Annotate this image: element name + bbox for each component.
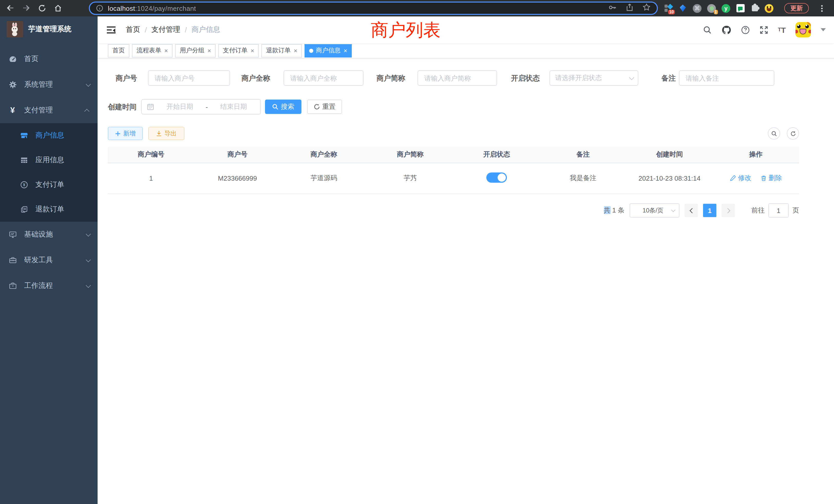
font-size-icon[interactable]: TT — [778, 26, 786, 33]
chat-extension-icon[interactable] — [736, 4, 745, 13]
page-size-select[interactable]: 10条/页 — [630, 203, 679, 217]
kite-extension-icon[interactable] — [678, 4, 687, 13]
tags-view: 首页 流程表单× 用户分组× 支付订单× 退款订单× 商户信息× — [97, 43, 834, 59]
emoji-profile-icon[interactable] — [765, 4, 773, 13]
tab-user-group[interactable]: 用户分组× — [175, 44, 216, 57]
sidebar-item-refund-order[interactable]: 退款订单 — [0, 197, 97, 222]
cell-merchant-no: M233666999 — [194, 163, 281, 193]
export-button[interactable]: 导出 — [148, 127, 184, 140]
sidebar-item-app-info[interactable]: 应用信息 — [0, 148, 97, 173]
pagination-total: 共 1 条 — [604, 206, 624, 215]
tab-merchant-info[interactable]: 商户信息× — [305, 44, 352, 57]
help-icon[interactable] — [741, 25, 749, 34]
gear-icon — [8, 81, 17, 89]
sidebar-item-label: 支付订单 — [36, 180, 64, 189]
status-toggle[interactable] — [486, 172, 507, 182]
sidebar-item-label: 商户信息 — [36, 131, 64, 140]
sidebar-item-home[interactable]: 首页 — [0, 46, 97, 72]
tab-process-form[interactable]: 流程表单× — [132, 44, 173, 57]
breadcrumb-pay[interactable]: 支付管理 — [152, 25, 180, 35]
pencil-icon — [730, 175, 736, 181]
command-extension-icon[interactable]: ⌘ — [693, 4, 702, 13]
back-icon[interactable] — [6, 4, 14, 12]
sidebar-item-pay-order[interactable]: ¥ 支付订单 — [0, 173, 97, 197]
sidebar-fold-icon[interactable] — [106, 24, 116, 36]
browser-update-button[interactable]: 更新 — [784, 3, 809, 13]
prev-page-button[interactable] — [684, 204, 698, 217]
forward-icon[interactable] — [22, 4, 30, 12]
close-icon[interactable]: × — [344, 47, 347, 54]
cell-status — [454, 163, 540, 193]
close-icon[interactable]: × — [207, 47, 211, 54]
page-number-1[interactable]: 1 — [703, 204, 717, 217]
remark-input[interactable] — [679, 70, 774, 86]
reload-icon[interactable] — [38, 4, 46, 12]
password-key-icon[interactable] — [608, 3, 617, 14]
browser-menu-icon[interactable] — [819, 4, 825, 13]
status-label: 开启状态 — [511, 70, 540, 86]
breadcrumb-home[interactable]: 首页 — [126, 25, 140, 35]
close-icon[interactable]: × — [164, 47, 168, 54]
sidebar-item-workflow[interactable]: 工作流程 — [0, 273, 97, 299]
sidebar-item-pay[interactable]: ¥ 支付管理 — [0, 97, 97, 123]
chevron-up-icon — [84, 109, 89, 114]
close-icon[interactable]: × — [250, 47, 254, 54]
tab-pay-order[interactable]: 支付订单× — [218, 44, 259, 57]
close-icon[interactable]: × — [294, 47, 297, 54]
site-info-icon[interactable] — [96, 5, 103, 12]
app-logo-row[interactable]: 芋道管理系统 — [0, 17, 97, 42]
col-merchant-id: 商户编号 — [108, 147, 194, 163]
avatar-caret-icon[interactable] — [821, 28, 826, 31]
col-status: 开启状态 — [454, 147, 540, 163]
puzzle-extensions-icon[interactable] — [750, 4, 759, 13]
sidebar-item-label: 系统管理 — [24, 80, 53, 89]
show-search-toggle-button[interactable] — [768, 127, 780, 140]
refresh-icon — [790, 131, 796, 136]
share-icon[interactable] — [626, 3, 634, 13]
refresh-table-button[interactable] — [787, 127, 799, 140]
delete-link[interactable]: 删除 — [760, 174, 782, 183]
yuque-extension-icon[interactable]: y — [722, 4, 730, 13]
github-icon[interactable] — [721, 25, 731, 35]
cell-remark: 我是备注 — [540, 163, 627, 193]
reset-button[interactable]: 重置 — [307, 99, 342, 114]
grid-icon — [20, 156, 28, 164]
date-range-picker[interactable]: 开始日期 - 结束日期 — [141, 99, 261, 114]
document-icon — [20, 205, 28, 213]
merchant-no-input[interactable] — [148, 70, 230, 86]
short-name-label: 商户简称 — [376, 70, 405, 86]
sidebar-item-devtools[interactable]: 研发工具 — [0, 247, 97, 273]
sidebar-item-label: 研发工具 — [24, 256, 53, 265]
table-header-row: 商户编号 商户号 商户全称 商户简称 开启状态 备注 创建时间 操作 — [108, 147, 799, 163]
calendar-icon — [147, 103, 154, 110]
search-button[interactable]: 搜索 — [265, 99, 302, 114]
home-icon[interactable] — [54, 4, 62, 12]
url-host: localhost — [108, 4, 135, 12]
grid-diamond-extension-icon[interactable]: 10 — [664, 4, 673, 13]
sidebar-item-infra[interactable]: 基础设施 — [0, 222, 97, 247]
short-name-input[interactable] — [418, 70, 497, 86]
extensions-area: 10 ⌘ 1 y 更新 — [664, 3, 828, 13]
next-page-button[interactable] — [722, 204, 735, 217]
merchant-no-label: 商户号 — [115, 70, 137, 86]
url-bar[interactable]: localhost:1024/pay/merchant — [89, 2, 658, 15]
bookmark-star-icon[interactable] — [642, 3, 651, 13]
add-button[interactable]: 新增 — [108, 127, 143, 140]
breadcrumb-separator: / — [145, 26, 147, 34]
goto-page-input[interactable] — [768, 203, 789, 217]
capture-extension-icon[interactable]: 1 — [707, 4, 716, 13]
fullscreen-icon[interactable] — [759, 25, 768, 34]
refresh-icon — [313, 104, 320, 110]
toolbox-icon — [8, 256, 17, 264]
sidebar-item-merchant-info[interactable]: 商户信息 — [0, 123, 97, 148]
start-date-placeholder: 开始日期 — [158, 102, 202, 111]
edit-link[interactable]: 修改 — [730, 174, 751, 183]
user-avatar[interactable] — [795, 22, 811, 38]
status-select[interactable]: 请选择开启状态 — [549, 70, 638, 86]
header-search-icon[interactable] — [703, 25, 711, 34]
tab-home[interactable]: 首页 — [108, 44, 129, 57]
tab-refund-order[interactable]: 退款订单× — [261, 44, 302, 57]
full-name-input[interactable] — [284, 70, 364, 86]
sidebar-item-system[interactable]: 系统管理 — [0, 72, 97, 97]
main-content: 商户号 商户全称 商户简称 开启状态 请选择开启状态 备注 创建时间 开始日期 … — [97, 59, 834, 504]
